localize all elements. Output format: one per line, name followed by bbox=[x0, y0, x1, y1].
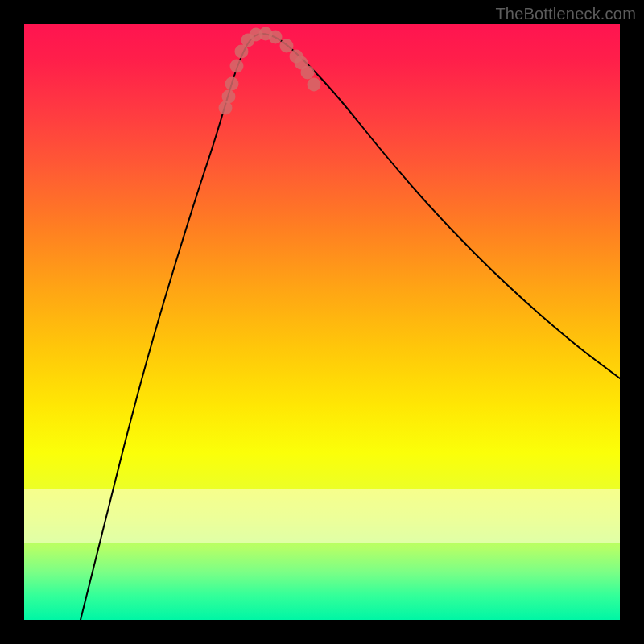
bottleneck-curve bbox=[80, 34, 620, 620]
min-dot bbox=[301, 66, 315, 80]
min-dots-group bbox=[219, 27, 321, 115]
chart-svg bbox=[24, 24, 620, 620]
plot-area bbox=[24, 24, 620, 620]
min-dot bbox=[225, 77, 239, 91]
chart-frame: TheBottleneck.com bbox=[0, 0, 644, 644]
min-dot bbox=[222, 90, 236, 104]
min-dot bbox=[230, 60, 244, 73]
attribution-text: TheBottleneck.com bbox=[495, 5, 636, 23]
min-dot bbox=[308, 78, 321, 92]
min-dot bbox=[269, 31, 283, 44]
min-dot bbox=[280, 39, 294, 53]
